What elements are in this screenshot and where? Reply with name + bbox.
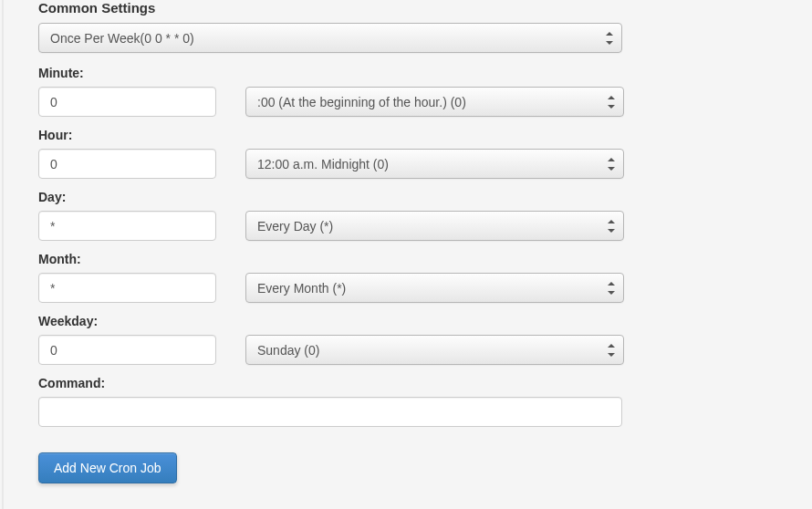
- month-label: Month:: [38, 252, 796, 266]
- hour-select[interactable]: 12:00 a.m. Midnight (0): [245, 149, 624, 179]
- minute-input[interactable]: [38, 87, 216, 117]
- month-select-value: Every Month (*): [245, 273, 624, 303]
- month-select[interactable]: Every Month (*): [245, 273, 624, 303]
- weekday-label: Weekday:: [38, 314, 796, 328]
- add-cron-job-button[interactable]: Add New Cron Job: [38, 452, 177, 483]
- common-settings-select-value: Once Per Week(0 0 * * 0): [38, 23, 622, 53]
- day-select-value: Every Day (*): [245, 211, 624, 241]
- hour-select-value: 12:00 a.m. Midnight (0): [245, 149, 624, 179]
- weekday-input[interactable]: [38, 335, 216, 365]
- minute-select-value: :00 (At the beginning of the hour.) (0): [245, 87, 624, 117]
- hour-label: Hour:: [38, 128, 796, 142]
- day-input[interactable]: [38, 211, 216, 241]
- day-label: Day:: [38, 190, 796, 204]
- common-settings-title: Common Settings: [38, 0, 796, 16]
- minute-select[interactable]: :00 (At the beginning of the hour.) (0): [245, 87, 624, 117]
- command-input[interactable]: [38, 397, 622, 427]
- month-input[interactable]: [38, 273, 216, 303]
- common-settings-select[interactable]: Once Per Week(0 0 * * 0): [38, 23, 622, 53]
- day-select[interactable]: Every Day (*): [245, 211, 624, 241]
- hour-input[interactable]: [38, 149, 216, 179]
- weekday-select[interactable]: Sunday (0): [245, 335, 624, 365]
- command-label: Command:: [38, 376, 796, 390]
- weekday-select-value: Sunday (0): [245, 335, 624, 365]
- minute-label: Minute:: [38, 66, 796, 80]
